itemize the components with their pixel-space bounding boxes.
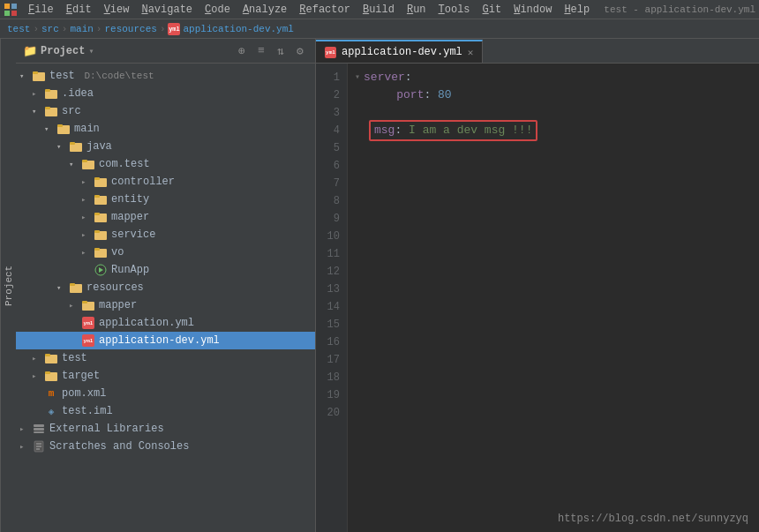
line-number-19: 19 [316,386,347,404]
side-label-project[interactable]: Project [0,39,16,532]
tree-arrow-resources: ▾ [56,283,69,293]
tree-item-main[interactable]: ▾main [16,120,315,138]
editor-tabs: yml application-dev.yml ✕ [316,39,759,64]
toolbar-add-btn[interactable]: ⊕ [234,43,250,59]
breadcrumb-test[interactable]: test [7,24,30,34]
tree-arrow-vo: ▸ [81,248,94,258]
tree-label-application-dev-yml: application-dev.yml [99,334,220,347]
toolbar-sort-btn[interactable]: ⇅ [273,43,289,59]
menu-tools[interactable]: Tools [433,2,476,18]
toolbar-settings-btn[interactable]: ⚙ [292,43,308,59]
tree-icon-ext-libs [32,422,46,436]
code-content[interactable]: ▾server: port: 80 msg: I am a dev msg !!… [348,64,759,532]
tree-icon-application-yml: yml [81,316,95,330]
tree-item-runapp[interactable]: RunApp [16,261,315,279]
tree-path-hint-test-root: D:\code\test [79,71,154,81]
tree-item-resources[interactable]: ▾resources [16,279,315,296]
menu-help[interactable]: Help [559,2,595,18]
menu-git[interactable]: Git [477,2,507,18]
tree-item-application-yml[interactable]: ymlapplication.yml [16,314,315,332]
tree-arrow-entity: ▸ [81,195,94,205]
fold-icon-1[interactable]: ▾ [355,69,360,86]
window-title: test - application-dev.yml [604,4,755,15]
code-line-20 [355,404,759,422]
tree-label-target: target [62,370,100,382]
tree-item-pom-xml[interactable]: mpom.xml [16,385,315,402]
tree-item-test-iml[interactable]: ◈test.iml [16,402,315,420]
tree-icon-vo [94,245,108,259]
menu-view[interactable]: View [99,2,135,18]
editor-tab-active[interactable]: yml application-dev.yml ✕ [316,40,483,63]
tree-label-entity: entity [111,193,149,206]
line-numbers: 1234567891011121314151617181920 [316,64,348,532]
tree-icon-target [44,369,58,383]
code-line-7 [355,175,759,192]
tree-item-entity[interactable]: ▸entity [16,191,315,208]
menu-edit[interactable]: Edit [61,2,97,18]
tree-item-target[interactable]: ▸target [16,367,315,385]
code-line-4: msg: I am a dev msg !!! [355,122,759,139]
tree-item-java[interactable]: ▾java [16,138,315,155]
tree-arrow-mapper: ▸ [81,213,94,222]
menu-navigate[interactable]: Navigate [136,2,198,18]
code-line-9 [355,210,759,228]
line-number-2: 2 [316,86,347,104]
tree-item-service[interactable]: ▸service [16,226,315,244]
menu-window[interactable]: Window [508,2,557,18]
tree-item-controller[interactable]: ▸controller [16,173,315,191]
breadcrumb-resources[interactable]: resources [104,24,156,34]
tree-item-scratches[interactable]: ▸Scratches and Consoles [16,438,315,455]
tree-label-resources: resources [86,281,144,294]
tab-close-btn[interactable]: ✕ [468,47,474,58]
tree-label-pom-xml: pom.xml [62,387,106,400]
project-dropdown-arrow[interactable]: ▾ [88,46,94,56]
tree-label-vo: vo [111,246,124,259]
code-line-13 [355,281,759,298]
tree-icon-src [44,104,58,118]
tree-icon-resources [69,281,83,295]
tree-arrow-mapper2: ▸ [69,301,81,311]
tree-item-test[interactable]: ▸test [16,349,315,367]
tree-item-application-dev-yml[interactable]: ymlapplication-dev.yml [16,332,315,349]
menu-build[interactable]: Build [357,2,400,18]
tree-item-idea[interactable]: ▸.idea [16,85,315,102]
tree-item-ext-libs[interactable]: ▸External Libraries [16,420,315,438]
breadcrumb-main[interactable]: main [70,24,93,34]
tree-item-src[interactable]: ▾src [16,102,315,120]
breadcrumb-file[interactable]: application-dev.yml [183,24,293,34]
tree-item-vo[interactable]: ▸vo [16,244,315,261]
line-number-8: 8 [316,192,347,210]
menu-code[interactable]: Code [199,2,236,18]
yaml-key-1: server [364,69,405,86]
toolbar-list-btn[interactable]: ≡ [253,43,269,59]
yaml-key-2: port [396,86,424,104]
tree-arrow-test-root: ▾ [19,71,32,81]
project-panel: 📁 Project ▾ ⊕ ≡ ⇅ ⚙ ▾test D:\code\test▸.… [16,39,316,532]
tree-item-mapper[interactable]: ▸mapper [16,208,315,226]
app-icon [4,3,18,17]
menu-analyze[interactable]: Analyze [237,2,292,18]
tree-item-mapper2[interactable]: ▸mapper [16,296,315,314]
tree-label-runapp: RunApp [111,264,149,276]
tree-item-test-root[interactable]: ▾test D:\code\test [16,67,315,85]
tree-icon-com-test [81,157,95,171]
menu-refactor[interactable]: Refactor [294,2,356,18]
tree-icon-mapper2 [81,298,95,312]
tree-item-com-test[interactable]: ▾com.test [16,155,315,173]
line-number-17: 17 [316,351,347,369]
tree-arrow-java: ▾ [56,142,69,152]
tree-icon-idea [44,86,58,101]
tree-label-mapper: mapper [111,211,149,223]
tree-label-application-yml: application.yml [99,317,194,329]
svg-rect-35 [45,371,50,374]
line-number-14: 14 [316,298,347,316]
menu-run[interactable]: Run [402,2,432,18]
svg-rect-11 [57,124,63,127]
code-line-3 [355,104,759,122]
breadcrumb-src[interactable]: src [41,24,59,34]
yaml-value-2: 80 [438,86,452,104]
code-line-18 [355,369,759,386]
highlight-box: msg: I am a dev msg !!! [369,120,537,141]
menu-file[interactable]: File [23,2,59,18]
fold-icon-2 [355,86,365,104]
